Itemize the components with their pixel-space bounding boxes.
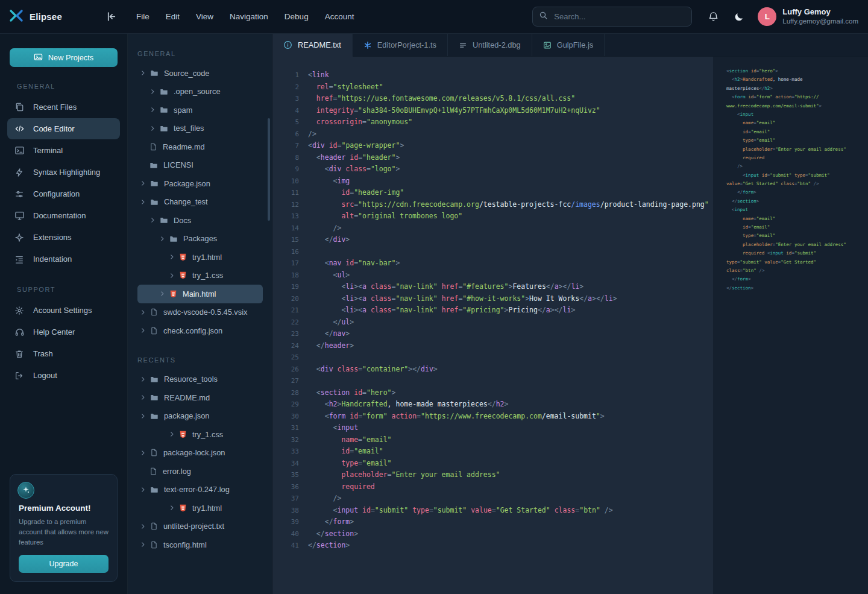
chevron-right-icon[interactable] [159, 236, 165, 242]
sidebar-item-help-center[interactable]: Help Center [7, 321, 120, 343]
minimap-line: www.freecodecamp.com/email-submit"> [726, 102, 868, 110]
tree-item-label: Change_test [164, 197, 208, 206]
chevron-right-icon[interactable] [169, 431, 175, 437]
file-icon [149, 143, 157, 151]
chevron-right-icon[interactable] [140, 199, 146, 205]
code-line: 11 id="header-img" [272, 187, 713, 199]
chevron-right-icon[interactable] [140, 542, 146, 548]
help-icon [14, 327, 25, 337]
menu-debug[interactable]: Debug [285, 12, 309, 21]
chevron-right-icon[interactable] [140, 180, 146, 186]
tab-editorporject-1-ts[interactable]: EditorPorject-1.ts [353, 34, 448, 56]
code-line: 6/> [272, 128, 713, 141]
chevron-right-icon[interactable] [140, 70, 146, 76]
tree-item-untlited-project-txt[interactable]: untlited-project.txt [128, 517, 272, 536]
sidebar-item-syntax-highlighting[interactable]: Syntax Highlighting [7, 162, 120, 183]
tree-item-error-log[interactable]: error.log [128, 462, 272, 481]
tree-item-source-code[interactable]: Source_code [128, 64, 272, 83]
sidebar-item-terminal[interactable]: Terminal [7, 140, 120, 161]
search-input[interactable] [553, 11, 685, 22]
notifications-bell-icon[interactable] [708, 11, 719, 22]
chevron-right-icon[interactable] [159, 291, 165, 297]
folder-icon [160, 106, 168, 114]
menu-view[interactable]: View [196, 12, 213, 21]
tree-item-readme-md[interactable]: README.md [128, 388, 272, 407]
chevron-right-icon[interactable] [149, 107, 156, 113]
new-projects-button[interactable]: New Projects [10, 48, 118, 67]
tree-item-try1-html[interactable]: try1.html [128, 248, 272, 267]
code-text: <li><a class="nav-link" href="#features"… [299, 281, 583, 293]
tree-item-package-json[interactable]: package.json [128, 407, 272, 426]
menu-navigation[interactable]: Navigation [230, 12, 268, 21]
code-text: <li><a class="nav-link" href="#pricing">… [299, 305, 575, 317]
folder-icon [150, 393, 159, 402]
tree-item-readme-md[interactable]: Readme.md [128, 137, 272, 156]
chevron-right-icon[interactable] [140, 327, 146, 333]
tree-item-try1-html[interactable]: try1.html [128, 499, 272, 517]
sidebar-item-account-settings[interactable]: Account Settings [7, 300, 120, 321]
menu-edit[interactable]: Edit [166, 12, 180, 21]
code-line: 25 [272, 352, 713, 364]
tree-item-package-json[interactable]: Package.json [128, 174, 272, 193]
collapse-sidebar-icon[interactable] [105, 11, 117, 22]
tree-item-main-html[interactable]: Main.html [137, 285, 263, 303]
upgrade-button[interactable]: Upgrade [19, 555, 108, 573]
dark-mode-moon-icon[interactable] [734, 11, 744, 22]
explorer-scrollbar[interactable] [268, 118, 270, 221]
chevron-right-icon[interactable] [149, 217, 156, 223]
chevron-right-icon[interactable] [140, 413, 146, 419]
tree-item-check-config-json[interactable]: check.config.json [128, 321, 272, 340]
tree-item-tsconfig-html[interactable]: tsconfig.html [128, 536, 272, 554]
tree-item-resuorce-tools[interactable]: Resuorce_tools [128, 370, 272, 389]
chevron-right-icon[interactable] [149, 89, 156, 95]
chevron-right-icon[interactable] [140, 523, 146, 529]
tree-item-change-test[interactable]: Change_test [128, 193, 272, 212]
minimap-line: <input [726, 110, 868, 119]
sidebar-item-code-editor[interactable]: Code Editor [7, 118, 120, 139]
tree-item-docs[interactable]: Docs [128, 211, 272, 230]
code-text: <h2>Handcrafted, home-made masterpieces<… [299, 399, 508, 411]
tab-untlited-2-dbg[interactable]: Untlited-2.dbg [448, 34, 532, 56]
chevron-right-icon[interactable] [140, 376, 146, 382]
tree-item-packages[interactable]: Packages [128, 230, 272, 248]
tree-item-open-source[interactable]: .open_source [128, 83, 272, 101]
minimap-line: type="email" [726, 136, 868, 145]
avatar[interactable]: L [758, 7, 776, 26]
tree-item-licensi[interactable]: LICENSI [128, 156, 272, 175]
chevron-right-icon[interactable] [140, 309, 146, 315]
line-number: 15 [272, 234, 299, 246]
sidebar-item-documentation[interactable]: Documentation [7, 205, 120, 226]
chevron-right-icon[interactable] [149, 125, 156, 131]
tree-item-test-files[interactable]: test_files [128, 119, 272, 138]
tree-item-try-1-css[interactable]: try_1.css [128, 425, 272, 444]
chevron-right-icon[interactable] [169, 273, 175, 279]
sidebar-item-logout[interactable]: Logout [7, 365, 120, 386]
chevron-right-icon[interactable] [140, 487, 146, 493]
code-text: </section> [299, 528, 358, 540]
tree-item-text-error-0-247-log[interactable]: text-error-0.247.log [128, 481, 272, 499]
sidebar-item-label: Extensions [33, 233, 72, 242]
sidebar-item-indentation[interactable]: Indentation [7, 248, 120, 270]
menu-file[interactable]: File [136, 12, 149, 21]
sidebar-item-configuration[interactable]: Configuration [7, 183, 120, 204]
chevron-right-icon[interactable] [169, 505, 175, 511]
code-area[interactable]: 1<link2 rel="stylesheet"3 href="https://… [272, 57, 713, 594]
tree-item-swdc-vscode-0-5-45-vsix[interactable]: swdc-vscode-0.5.45.vsix [128, 303, 272, 322]
line-number: 38 [272, 505, 299, 517]
minimap[interactable]: <section id="hero"> <h2>Handcrafted, hom… [713, 57, 868, 594]
tab-readme-txt[interactable]: README.txt [272, 34, 353, 56]
sidebar-item-extensions[interactable]: Extensions [7, 227, 120, 248]
tab-gulpfile-js[interactable]: GulpFile.js [532, 34, 605, 56]
chevron-right-icon[interactable] [140, 450, 146, 456]
tree-item-package-lock-json[interactable]: package-lock.json [128, 444, 272, 463]
menu-account[interactable]: Account [325, 12, 354, 21]
tree-item-try-1-css[interactable]: try_1.css [128, 267, 272, 285]
folder-icon [149, 161, 158, 169]
code-text: href="https://use.fontawesome.com/releas… [299, 93, 575, 105]
tree-item-spam[interactable]: spam [128, 101, 272, 119]
search-box[interactable] [532, 7, 692, 27]
chevron-right-icon[interactable] [140, 394, 146, 400]
chevron-right-icon[interactable] [169, 254, 175, 260]
sidebar-item-recent-files[interactable]: Recent Files [7, 96, 120, 118]
sidebar-item-trash[interactable]: Trash [7, 343, 120, 364]
